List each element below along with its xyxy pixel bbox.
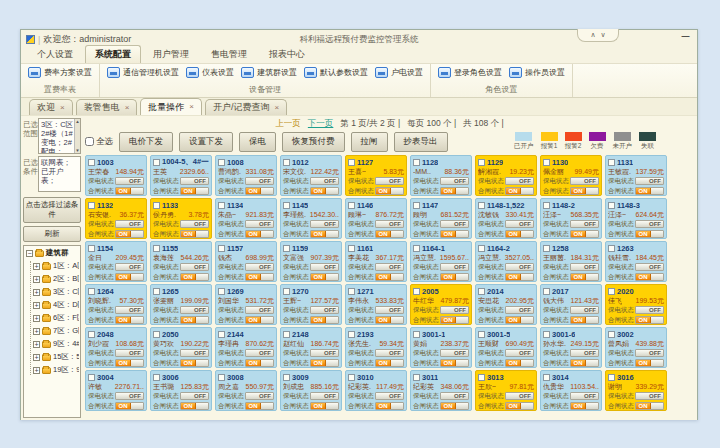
menu-item[interactable]: 个人设置 bbox=[27, 45, 83, 63]
protect-toggle[interactable]: OFF bbox=[115, 392, 144, 400]
protect-toggle[interactable]: OFF bbox=[375, 263, 404, 271]
menu-item[interactable]: 系统配置 bbox=[85, 45, 141, 63]
room-checkbox[interactable] bbox=[283, 245, 290, 252]
scrollbar[interactable]: ▲▼ bbox=[74, 119, 80, 153]
switch-toggle[interactable]: ON bbox=[245, 402, 274, 410]
room-card[interactable]: 3013 王欣~ 97.81元 保电状态 OFF 合闸状态 ON bbox=[475, 370, 537, 411]
room-checkbox[interactable] bbox=[153, 374, 160, 381]
room-card[interactable]: 1131 王敏霞. 137.59元 保电状态 OFF 合闸状态 ON bbox=[605, 155, 667, 196]
switch-toggle[interactable]: ON bbox=[375, 359, 404, 367]
room-checkbox[interactable] bbox=[608, 202, 615, 209]
switch-toggle[interactable]: ON bbox=[570, 402, 599, 410]
menu-item[interactable]: 用户管理 bbox=[143, 45, 199, 63]
chevron-down-icon[interactable]: ∨ bbox=[601, 31, 606, 39]
protect-toggle[interactable]: OFF bbox=[375, 220, 404, 228]
close-icon[interactable]: × bbox=[189, 103, 194, 111]
chevron-up-icon[interactable]: ∧ bbox=[590, 31, 595, 39]
room-card[interactable]: 1132 石安银. 36.37元 保电状态 OFF 合闸状态 ON bbox=[85, 198, 147, 239]
room-card[interactable]: 1264 刘晓辉. 57.30元 保电状态 OFF 合闸状态 ON bbox=[85, 284, 147, 325]
switch-toggle[interactable]: ON bbox=[635, 273, 664, 281]
protect-toggle[interactable]: OFF bbox=[635, 392, 664, 400]
protect-toggle[interactable]: OFF bbox=[245, 306, 274, 314]
room-card[interactable]: 1129 解湘霞. 19.23元 保电状态 OFF 合闸状态 ON bbox=[475, 155, 537, 196]
room-card[interactable]: 3006 王书璐 125.83元 保电状态 OFF 合闸状态 ON bbox=[150, 370, 212, 411]
ribbon-button[interactable]: 建筑群设置 bbox=[239, 66, 299, 79]
room-card[interactable]: 1271 李伟永 533.83元 保电状态 OFF 合闸状态 ON bbox=[345, 284, 407, 325]
room-card[interactable]: 3009 刘成忠 885.16元 保电状态 OFF 合闸状态 ON bbox=[280, 370, 342, 411]
document-tab[interactable]: 开户/记费查询 × bbox=[205, 99, 287, 115]
room-card[interactable]: 1147 顾明 681.52元 保电状态 OFF 合闸状态 ON bbox=[410, 198, 472, 239]
protect-toggle[interactable]: OFF bbox=[245, 349, 274, 357]
protect-toggle[interactable]: OFF bbox=[505, 177, 534, 185]
switch-toggle[interactable]: ON bbox=[310, 187, 339, 195]
switch-toggle[interactable]: ON bbox=[245, 316, 274, 324]
room-checkbox[interactable] bbox=[218, 331, 225, 338]
protect-toggle[interactable]: OFF bbox=[570, 306, 599, 314]
room-card[interactable]: 1263 钱桂雪. 184.45元 保电状态 OFF 合闸状态 ON bbox=[605, 241, 667, 282]
room-checkbox[interactable] bbox=[218, 159, 225, 166]
protect-toggle[interactable]: OFF bbox=[375, 177, 404, 185]
protect-toggle[interactable]: OFF bbox=[505, 349, 534, 357]
switch-toggle[interactable]: ON bbox=[180, 230, 209, 238]
room-checkbox[interactable] bbox=[478, 374, 485, 381]
room-checkbox[interactable] bbox=[478, 288, 485, 295]
room-card[interactable]: 2193 张先生. 59.34元 保电状态 OFF 合闸状态 ON bbox=[345, 327, 407, 368]
room-card[interactable]: 2048 刘少霞 108.68元 保电状态 OFF 合闸状态 ON bbox=[85, 327, 147, 368]
room-checkbox[interactable] bbox=[543, 202, 550, 209]
protect-toggle[interactable]: OFF bbox=[440, 220, 469, 228]
room-checkbox[interactable] bbox=[413, 288, 420, 295]
room-checkbox[interactable] bbox=[283, 374, 290, 381]
room-checkbox[interactable] bbox=[348, 288, 355, 295]
room-card[interactable]: 1008 曹鸿韵. 331.08元 保电状态 OFF 合闸状态 ON bbox=[215, 155, 277, 196]
protect-toggle[interactable]: OFF bbox=[570, 349, 599, 357]
room-checkbox[interactable] bbox=[543, 288, 550, 295]
room-checkbox[interactable] bbox=[88, 374, 95, 381]
protect-toggle[interactable]: OFF bbox=[310, 177, 339, 185]
room-checkbox[interactable] bbox=[478, 202, 485, 209]
switch-toggle[interactable]: ON bbox=[310, 402, 339, 410]
switch-toggle[interactable]: ON bbox=[115, 316, 144, 324]
protect-toggle[interactable]: OFF bbox=[570, 220, 599, 228]
room-card[interactable]: 1004-5、4#一 王英 2329.66.. 保电状态 OFF 合闸状态 ON bbox=[150, 155, 212, 196]
room-card[interactable]: 3004 许敏 2276.71.. 保电状态 OFF 合闸状态 ON bbox=[85, 370, 147, 411]
room-checkbox[interactable] bbox=[218, 374, 225, 381]
room-card[interactable]: 2020 佳飞 199.53元 保电状态 OFF 合闸状态 ON bbox=[605, 284, 667, 325]
room-checkbox[interactable] bbox=[543, 159, 550, 166]
switch-toggle[interactable]: ON bbox=[375, 230, 404, 238]
room-checkbox[interactable] bbox=[88, 159, 95, 166]
expand-icon[interactable]: + bbox=[33, 289, 40, 296]
protect-toggle[interactable]: OFF bbox=[180, 306, 209, 314]
room-checkbox[interactable] bbox=[543, 245, 550, 252]
switch-toggle[interactable]: ON bbox=[115, 230, 144, 238]
minimize-button[interactable]: — bbox=[680, 33, 691, 41]
action-button[interactable]: 设置下发 bbox=[179, 132, 233, 152]
room-checkbox[interactable] bbox=[348, 159, 355, 166]
protect-toggle[interactable]: OFF bbox=[505, 220, 534, 228]
collapse-icon[interactable]: − bbox=[26, 250, 33, 257]
switch-toggle[interactable]: ON bbox=[180, 187, 209, 195]
switch-toggle[interactable]: ON bbox=[180, 316, 209, 324]
expand-icon[interactable]: + bbox=[33, 341, 40, 348]
room-card[interactable]: 1157 钱杰 698.99元 保电状态 OFF 合闸状态 ON bbox=[215, 241, 277, 282]
expand-icon[interactable]: + bbox=[33, 328, 40, 335]
protect-toggle[interactable]: OFF bbox=[440, 392, 469, 400]
room-card[interactable]: 1154 金日 209.45元 保电状态 OFF 合闸状态 ON bbox=[85, 241, 147, 282]
protect-toggle[interactable]: OFF bbox=[115, 263, 144, 271]
room-checkbox[interactable] bbox=[283, 202, 290, 209]
protect-toggle[interactable]: OFF bbox=[115, 306, 144, 314]
switch-toggle[interactable]: ON bbox=[440, 402, 469, 410]
protect-toggle[interactable]: OFF bbox=[310, 220, 339, 228]
switch-toggle[interactable]: ON bbox=[180, 273, 209, 281]
ribbon-button[interactable]: 操作员设置 bbox=[507, 66, 567, 79]
room-checkbox[interactable] bbox=[283, 288, 290, 295]
protect-toggle[interactable]: OFF bbox=[375, 349, 404, 357]
room-checkbox[interactable] bbox=[413, 331, 420, 338]
protect-toggle[interactable]: OFF bbox=[505, 306, 534, 314]
protect-toggle[interactable]: OFF bbox=[570, 263, 599, 271]
ribbon-button[interactable]: 户电设置 bbox=[373, 66, 425, 79]
room-card[interactable]: 1161 李美花 367.17元 保电状态 OFF 合闸状态 ON bbox=[345, 241, 407, 282]
room-checkbox[interactable] bbox=[543, 374, 550, 381]
protect-toggle[interactable]: OFF bbox=[245, 177, 274, 185]
switch-toggle[interactable]: ON bbox=[635, 230, 664, 238]
protect-toggle[interactable]: OFF bbox=[505, 263, 534, 271]
